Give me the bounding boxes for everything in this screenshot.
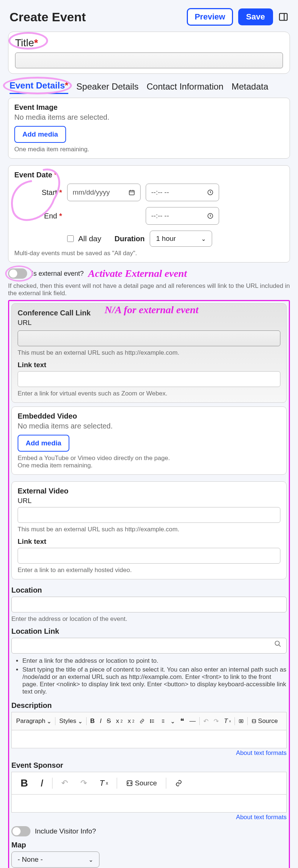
embedded-video-label: Embedded Video	[18, 412, 280, 420]
event-date-label: Event Date *	[14, 171, 284, 179]
multiday-help: Multi-day events must be saved as "All d…	[14, 250, 284, 257]
calendar-icon	[128, 189, 135, 196]
conf-call-linktext-input[interactable]	[18, 371, 280, 387]
subscript-button[interactable]: x2	[114, 716, 125, 726]
external-event-toggle[interactable]	[8, 268, 27, 279]
svg-point-8	[275, 641, 280, 645]
svg-rect-2	[129, 191, 134, 195]
title-input[interactable]	[15, 53, 283, 68]
sponsor-bold-button[interactable]: B	[16, 776, 32, 791]
event-image-section: Event Image No media items are selected.…	[8, 98, 290, 159]
map-select[interactable]: - None - ⌄	[11, 851, 99, 868]
clear-format-button[interactable]: Tx	[222, 716, 233, 726]
sponsor-undo-button[interactable]: ↶	[57, 777, 72, 789]
save-button[interactable]: Save	[238, 8, 273, 25]
media-button[interactable]	[236, 717, 246, 725]
source-button[interactable]: Source	[249, 716, 280, 726]
search-icon	[274, 640, 281, 649]
title-card: Title*	[8, 32, 290, 74]
external-video-linktext-label: Link text	[18, 538, 280, 546]
embedded-video-section: Embedded Video No media items are select…	[11, 406, 287, 475]
styles-select[interactable]: Styles ⌄	[57, 716, 84, 726]
page-title: Create Event	[10, 10, 86, 24]
preview-button[interactable]: Preview	[187, 8, 233, 26]
duration-select[interactable]: 1 hour ⌄	[150, 231, 212, 247]
visitor-info-toggle[interactable]	[11, 826, 30, 836]
strike-button[interactable]: S	[105, 716, 113, 726]
tab-contact-information[interactable]: Contact Information	[147, 82, 224, 94]
conf-call-link-help: Enter a link for virtual events such as …	[18, 390, 280, 397]
sponsor-clear-format-button[interactable]: Tx	[95, 777, 112, 789]
location-link-input[interactable]	[11, 638, 287, 654]
conf-call-url-input[interactable]	[18, 330, 280, 346]
location-link-label: Location Link	[11, 627, 287, 636]
event-image-remaining: One media item remaining.	[14, 146, 284, 153]
bold-button[interactable]: B	[88, 716, 97, 726]
event-image-empty: No media items are selected.	[14, 113, 284, 122]
chevron-down-icon: ⌄	[88, 856, 93, 863]
location-help: Enter the address or location of the eve…	[11, 615, 287, 623]
end-label: End *	[14, 212, 62, 220]
embedded-video-empty: No media items are selected.	[18, 422, 280, 430]
external-video-url-label: URL	[18, 497, 280, 505]
description-editor[interactable]	[11, 730, 287, 748]
about-text-formats-link[interactable]: About text formats	[236, 749, 287, 756]
start-date-input[interactable]: mm/dd/yyyy	[67, 184, 141, 201]
event-date-section: Event Date * Start * mm/dd/yyyy --:-- --…	[8, 165, 290, 263]
tab-metadata[interactable]: Metadata	[232, 82, 268, 94]
map-label: Map	[11, 841, 287, 849]
external-video-url-input[interactable]	[18, 507, 280, 523]
bulletlist-button[interactable]	[148, 717, 157, 725]
duration-label: Duration	[115, 235, 145, 243]
add-media-button-video[interactable]: Add media	[18, 435, 69, 452]
external-video-linktext-input[interactable]	[18, 548, 280, 564]
location-link-help-2: Start typing the title of a piece of con…	[22, 666, 287, 695]
tab-event-details[interactable]: Event Details*	[10, 80, 68, 94]
conf-call-linktext-label: Link text	[18, 361, 280, 369]
start-time-input[interactable]: --:-- --	[146, 184, 219, 201]
clock-icon	[207, 213, 214, 219]
italic-button[interactable]: I	[98, 716, 104, 726]
external-event-help: If checked, then this event will not hav…	[8, 282, 290, 297]
allday-checkbox[interactable]	[67, 235, 74, 242]
event-image-label: Event Image	[14, 103, 284, 112]
clock-icon	[207, 189, 214, 196]
numberlist-button[interactable]	[158, 717, 167, 725]
sponsor-link-button[interactable]	[171, 778, 187, 788]
svg-point-10	[150, 720, 151, 720]
sponsor-about-link[interactable]: About text formats	[236, 814, 287, 821]
link-button[interactable]	[137, 717, 147, 725]
visitor-info-label: Include Visitor Info?	[35, 827, 96, 835]
conf-call-label: Conference Call Link	[18, 309, 280, 317]
location-input[interactable]	[11, 597, 287, 612]
embedded-video-help2: One media item remaining.	[18, 462, 280, 469]
conf-call-url-help: This must be an external URL such as htt…	[18, 349, 280, 357]
hr-button[interactable]: —	[187, 716, 198, 726]
add-media-button[interactable]: Add media	[14, 126, 66, 143]
tab-speaker-details[interactable]: Speaker Details	[76, 82, 138, 94]
description-toolbar: Paragraph ⌄ Styles ⌄ B I S x2 x2 ⌄	[11, 712, 287, 730]
redo-button[interactable]: ↷	[211, 716, 221, 727]
sidebar-toggle-icon[interactable]	[278, 12, 288, 22]
undo-button[interactable]: ↶	[201, 716, 211, 727]
allday-label: All day	[78, 234, 101, 243]
external-video-section: External Video URL This must be an exter…	[11, 481, 287, 579]
end-time-input[interactable]: --:-- --	[146, 207, 219, 225]
location-label: Location	[11, 586, 287, 594]
sponsor-redo-button[interactable]: ↷	[76, 777, 91, 789]
external-video-label: External Video	[18, 487, 280, 495]
paragraph-select[interactable]: Paragraph ⌄	[14, 716, 54, 726]
external-video-url-help: This must be an external URL such as htt…	[18, 526, 280, 533]
start-label: Start *	[14, 188, 62, 197]
sponsor-label: Event Sponsor	[11, 761, 287, 770]
svg-point-12	[150, 721, 151, 721]
numberlist-dropdown[interactable]: ⌄	[168, 716, 177, 726]
sponsor-editor[interactable]	[11, 794, 287, 813]
conf-call-section: Conference Call Link URL This must be an…	[11, 303, 287, 403]
sponsor-source-button[interactable]: Source	[121, 778, 161, 789]
blockquote-button[interactable]: ❝	[178, 715, 186, 727]
superscript-button[interactable]: x2	[126, 716, 137, 726]
location-link-help-1: Enter a link for the address or location…	[22, 657, 287, 665]
svg-point-14	[150, 722, 151, 723]
sponsor-italic-button[interactable]: I	[36, 776, 48, 791]
